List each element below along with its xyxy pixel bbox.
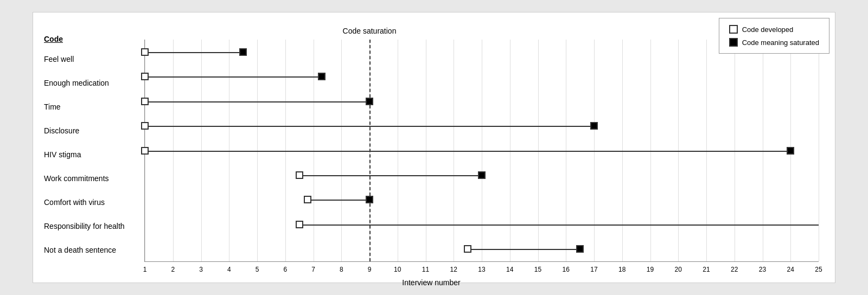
x-tick-14: 14 (506, 266, 513, 273)
legend-item-developed: Code developed (729, 25, 819, 34)
y-label-work-commitments: Work commitments (44, 166, 144, 190)
y-label-enough-medication: Enough medication (44, 71, 144, 95)
legend-icon-filled (729, 38, 738, 47)
x-tick-13: 13 (478, 266, 485, 273)
x-tick-4: 4 (227, 266, 231, 273)
legend-label-saturated: Code meaning saturated (742, 39, 819, 47)
marker-filled-4 (787, 147, 794, 155)
x-axis-title: Interview number (44, 278, 819, 287)
x-tick-6: 6 (283, 266, 287, 273)
marker-open-0 (141, 48, 149, 56)
x-tick-16: 16 (563, 266, 570, 273)
x-tick-17: 17 (590, 266, 597, 273)
chart-inner: Code Feel wellEnough medicationTimeDiscl… (44, 23, 819, 262)
x-tick-2: 2 (171, 266, 175, 273)
marker-open-3 (141, 122, 149, 130)
x-tick-8: 8 (340, 266, 343, 273)
y-label-disclosure: Disclosure (44, 119, 144, 143)
x-tick-7: 7 (311, 266, 315, 273)
marker-filled-3 (590, 122, 598, 130)
y-label-responsibility-for-health: Responsibility for health (44, 214, 144, 238)
bar-line-6 (308, 200, 369, 201)
bar-line-8 (468, 249, 580, 250)
bar-line-7 (299, 225, 819, 226)
x-tick-1: 1 (143, 266, 147, 273)
marker-open-1 (141, 73, 149, 80)
marker-filled-1 (318, 73, 326, 80)
legend: Code developed Code meaning saturated (719, 18, 829, 54)
bar-line-3 (145, 126, 594, 127)
legend-icon-open (729, 25, 738, 34)
x-tick-11: 11 (422, 266, 429, 273)
bar-line-2 (145, 101, 369, 102)
x-tick-25: 25 (815, 266, 822, 273)
marker-filled-8 (576, 245, 584, 253)
grid-line-25 (819, 40, 819, 261)
y-label-time: Time (44, 95, 144, 119)
code-column-header: Code (44, 31, 144, 47)
bar-line-5 (299, 175, 482, 176)
y-label-hiv-stigma: HIV stigma (44, 143, 144, 166)
legend-label-developed: Code developed (742, 25, 794, 34)
x-tick-19: 19 (647, 266, 654, 273)
x-tick-3: 3 (199, 266, 203, 273)
x-tick-10: 10 (394, 266, 401, 273)
legend-item-saturated: Code meaning saturated (729, 38, 819, 47)
x-tick-23: 23 (759, 266, 766, 273)
x-tick-22: 22 (731, 266, 738, 273)
marker-filled-6 (366, 196, 373, 203)
y-label-feel-well: Feel well (44, 47, 144, 71)
marker-open-4 (141, 147, 149, 155)
y-labels: Code Feel wellEnough medicationTimeDiscl… (44, 23, 144, 262)
bar-line-0 (145, 52, 243, 53)
x-tick-21: 21 (703, 266, 710, 273)
marker-open-2 (141, 98, 149, 105)
x-tick-12: 12 (450, 266, 457, 273)
x-tick-18: 18 (618, 266, 626, 273)
chart-container: Code Feel wellEnough medicationTimeDiscl… (33, 12, 835, 283)
marker-open-8 (464, 245, 471, 253)
marker-open-5 (296, 171, 303, 179)
x-tick-15: 15 (534, 266, 541, 273)
marker-open-6 (304, 196, 311, 203)
bar-line-4 (145, 151, 790, 152)
y-label-comfort-with-virus: Comfort with virus (44, 190, 144, 214)
bar-line-1 (145, 76, 322, 78)
y-label-not-a-death-sentence: Not a death sentence (44, 238, 144, 262)
marker-filled-5 (478, 171, 486, 179)
marker-open-7 (296, 221, 303, 228)
x-tick-5: 5 (256, 266, 259, 273)
x-tick-24: 24 (787, 266, 794, 273)
marker-filled-2 (366, 98, 373, 105)
marker-filled-0 (239, 48, 247, 56)
x-tick-20: 20 (675, 266, 682, 273)
saturation-label: Code saturation (343, 27, 397, 35)
x-tick-9: 9 (368, 266, 372, 273)
plot-area: Code saturation 123456789101112131415161… (144, 40, 819, 262)
